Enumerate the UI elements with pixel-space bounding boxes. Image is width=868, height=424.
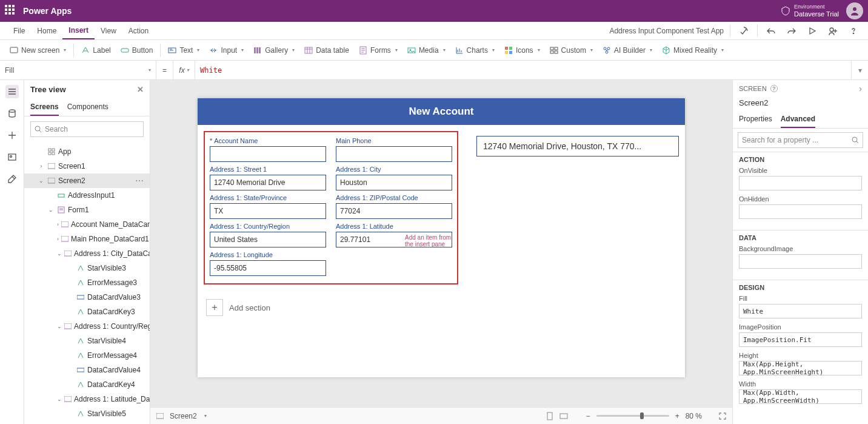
input-onvisible[interactable] <box>739 176 862 190</box>
input-city[interactable]: Houston <box>336 175 452 190</box>
menu-view[interactable]: View <box>95 23 122 39</box>
input-state[interactable]: TX <box>210 203 326 219</box>
help-icon[interactable] <box>846 24 861 38</box>
gallery-icon <box>253 46 262 55</box>
menu-home[interactable]: Home <box>31 23 62 39</box>
menu-insert[interactable]: Insert <box>62 22 95 39</box>
close-icon[interactable]: ✕ <box>137 85 144 94</box>
input-height[interactable]: Max(App.Height, App.MinScreenHeight) <box>739 361 862 375</box>
svg-rect-9 <box>305 47 312 53</box>
tree-node-card-city[interactable]: ⌄Address 1: City_DataCard1 <box>24 246 150 261</box>
tree-node-dck3[interactable]: DataCardKey3 <box>24 305 150 319</box>
tree-node-em4[interactable]: ErrorMessage4 <box>24 348 150 363</box>
props-search[interactable]: Search for a property ... <box>738 132 863 148</box>
tree-node-em5[interactable]: ErrorMessage5 <box>24 421 150 424</box>
input-width[interactable]: Max(App.Width, App.MinScreenWidth) <box>739 389 862 404</box>
left-rail <box>0 80 24 424</box>
play-icon[interactable] <box>805 24 820 38</box>
tree-node-screen1[interactable]: ›Screen1 <box>24 159 150 173</box>
form-selection[interactable]: *Account Name Main Phone Address 1: Stre… <box>204 131 458 284</box>
tree-node-addressinput[interactable]: AddressInput1 <box>24 188 150 203</box>
property-selector[interactable]: Fill▾ <box>0 61 156 79</box>
app-screen[interactable]: New Account *Account Name Main Phone Add… <box>198 98 685 377</box>
add-section-button[interactable]: + Add section <box>198 291 685 325</box>
search-icon <box>35 126 42 133</box>
redo-icon[interactable] <box>784 24 799 38</box>
avatar[interactable] <box>846 2 863 19</box>
icons-button[interactable]: Icons▾ <box>499 44 545 57</box>
more-icon[interactable]: ⋯ <box>135 176 146 186</box>
card-icon <box>64 249 72 258</box>
portrait-icon[interactable] <box>546 412 553 420</box>
tree-node-em3[interactable]: ErrorMessage3 <box>24 275 150 290</box>
zoom-slider[interactable] <box>596 415 669 417</box>
formula-input[interactable]: White <box>195 61 851 79</box>
charts-button[interactable]: Charts▾ <box>450 44 499 57</box>
tree-node-card-lat[interactable]: ⌄Address 1: Latitude_DataCard1 <box>24 392 150 406</box>
input-fill[interactable]: White <box>739 304 862 318</box>
environment-switcher[interactable]: Environment Dataverse Trial <box>781 2 863 19</box>
input-account[interactable] <box>210 146 326 162</box>
share-icon[interactable] <box>826 24 840 38</box>
tree-node-sv4[interactable]: StarVisible4 <box>24 334 150 348</box>
tree-node-sv3[interactable]: StarVisible3 <box>24 261 150 275</box>
expand-icon[interactable]: › <box>859 84 862 93</box>
tab-components[interactable]: Components <box>67 99 109 116</box>
form-icon <box>57 206 65 214</box>
tree-node-card-account[interactable]: ›Account Name_DataCard1 <box>24 217 150 232</box>
label-button[interactable]: Label <box>76 44 115 57</box>
tree-node-card-country[interactable]: ⌄Address 1: Country/Region_DataCarc <box>24 319 150 334</box>
zoom-in-icon[interactable]: + <box>675 412 679 420</box>
forms-button[interactable]: Forms▾ <box>354 44 402 57</box>
tree-search[interactable]: Search <box>30 121 144 137</box>
tree-node-dcv3[interactable]: DataCardValue3 <box>24 290 150 305</box>
input-phone[interactable] <box>336 146 452 162</box>
input-button[interactable]: Input▾ <box>204 44 249 57</box>
input-onhidden[interactable] <box>739 204 862 219</box>
aibuilder-button[interactable]: AI Builder▾ <box>598 44 657 57</box>
tree-node-app[interactable]: App <box>24 144 150 159</box>
mixedreality-button[interactable]: Mixed Reality▾ <box>657 44 729 57</box>
checker-icon[interactable] <box>736 24 751 38</box>
input-imgpos[interactable]: ImagePosition.Fit <box>739 332 862 347</box>
button-button[interactable]: Button <box>116 44 158 57</box>
undo-icon[interactable] <box>764 24 778 38</box>
zoom-out-icon[interactable]: − <box>586 412 590 420</box>
tree-node-sv5[interactable]: StarVisible5 <box>24 406 150 421</box>
tab-properties[interactable]: Properties <box>739 111 772 128</box>
landscape-icon[interactable] <box>559 412 568 420</box>
input-lon[interactable]: -95.55805 <box>210 260 326 276</box>
tab-screens[interactable]: Screens <box>30 99 59 116</box>
menu-file[interactable]: File <box>7 23 31 39</box>
rail-data-icon[interactable] <box>5 107 19 120</box>
custom-button[interactable]: Custom▾ <box>545 44 598 57</box>
input-zip[interactable]: 77024 <box>336 203 452 219</box>
tree-node-card-phone[interactable]: ›Main Phone_DataCard1 <box>24 232 150 246</box>
media-button[interactable]: Media▾ <box>402 44 450 57</box>
menu-action[interactable]: Action <box>122 23 155 39</box>
input-bgimage[interactable] <box>739 254 862 269</box>
input-country[interactable]: United States <box>210 232 326 247</box>
tree-node-dcv4[interactable]: DataCardValue4 <box>24 363 150 377</box>
fx-label[interactable]: fx▾ <box>173 61 195 79</box>
gallery-button[interactable]: Gallery▾ <box>249 44 299 57</box>
info-icon[interactable]: ? <box>770 85 778 92</box>
rail-insert-icon[interactable] <box>5 129 19 142</box>
separator <box>730 25 730 37</box>
tree-node-form1[interactable]: ⌄Form1 <box>24 203 150 217</box>
new-screen-button[interactable]: New screen▾ <box>5 44 71 57</box>
input-street[interactable]: 12740 Memorial Drive <box>210 175 326 190</box>
tree-node-screen2[interactable]: ⌄Screen2⋯ <box>24 173 150 188</box>
rail-media-icon[interactable] <box>5 150 19 164</box>
rail-tools-icon[interactable] <box>5 172 19 186</box>
footer-screen-name[interactable]: Screen2 <box>170 412 197 420</box>
address-display[interactable]: 12740 Memorial Drive, Houston, TX 770... <box>476 136 679 156</box>
text-button[interactable]: Text▾ <box>163 44 204 57</box>
tree-node-dck4[interactable]: DataCardKey4 <box>24 377 150 392</box>
waffle-icon[interactable] <box>5 5 17 17</box>
fullscreen-icon[interactable] <box>719 412 726 420</box>
formula-expand-icon[interactable]: ▾ <box>851 61 868 79</box>
datatable-button[interactable]: Data table <box>299 44 354 57</box>
rail-tree-icon[interactable] <box>5 85 19 98</box>
tab-advanced[interactable]: Advanced <box>781 111 815 128</box>
